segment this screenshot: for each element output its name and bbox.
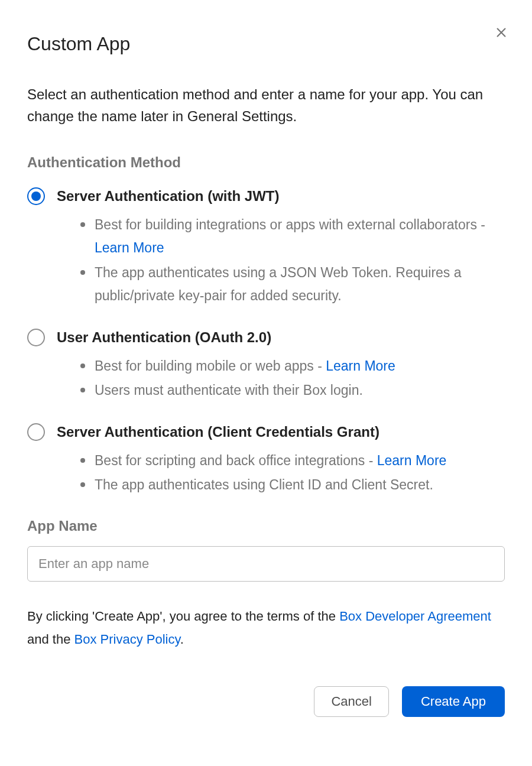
list-item: Best for building integrations or apps w… [73, 213, 505, 259]
list-item: Best for building mobile or web apps - L… [73, 355, 505, 378]
auth-radio-jwt-row[interactable]: Server Authentication (with JWT) [27, 187, 505, 205]
learn-more-link[interactable]: Learn More [377, 453, 447, 468]
auth-option-label: User Authentication (OAuth 2.0) [57, 329, 271, 346]
auth-option-label: Server Authentication (with JWT) [57, 188, 279, 205]
app-name-label: App Name [27, 518, 505, 534]
developer-agreement-link[interactable]: Box Developer Agreement [339, 609, 491, 624]
dialog-subtitle: Select an authentication method and ente… [27, 83, 500, 127]
list-item: Best for scripting and back office integ… [73, 449, 505, 472]
auth-method-label: Authentication Method [27, 154, 505, 171]
custom-app-dialog: Custom App Select an authentication meth… [0, 0, 532, 717]
list-item: The app authenticates using Client ID an… [73, 473, 505, 496]
learn-more-link[interactable]: Learn More [326, 358, 395, 374]
app-name-input[interactable] [27, 546, 505, 582]
bullet-text: The app authenticates using Client ID an… [95, 477, 433, 492]
dialog-footer: Cancel Create App [27, 686, 505, 717]
auth-option-label: Server Authentication (Client Credential… [57, 424, 379, 440]
bullet-text: Best for building mobile or web apps - [95, 358, 326, 374]
privacy-policy-link[interactable]: Box Privacy Policy [74, 632, 180, 647]
learn-more-link[interactable]: Learn More [95, 240, 164, 255]
radio-icon [27, 187, 45, 205]
radio-icon [27, 329, 45, 346]
bullet-list: Best for scripting and back office integ… [27, 449, 505, 496]
dialog-title: Custom App [27, 33, 505, 55]
auth-radio-oauth-row[interactable]: User Authentication (OAuth 2.0) [27, 329, 505, 346]
terms-suffix: . [180, 632, 184, 647]
close-button[interactable] [492, 24, 511, 43]
bullet-text: Users must authenticate with their Box l… [95, 382, 363, 398]
auth-option-jwt: Server Authentication (with JWT) Best fo… [27, 187, 505, 307]
bullet-list: Best for building mobile or web apps - L… [27, 355, 505, 402]
terms-text: By clicking 'Create App', you agree to t… [27, 605, 505, 651]
create-app-button[interactable]: Create App [402, 686, 505, 717]
list-item: Users must authenticate with their Box l… [73, 379, 505, 402]
auth-option-oauth: User Authentication (OAuth 2.0) Best for… [27, 329, 505, 402]
bullet-text: The app authenticates using a JSON Web T… [95, 265, 462, 303]
close-icon [495, 26, 508, 41]
bullet-list: Best for building integrations or apps w… [27, 213, 505, 307]
terms-mid: and the [27, 632, 74, 647]
auth-radio-cc-row[interactable]: Server Authentication (Client Credential… [27, 423, 505, 441]
radio-icon [27, 423, 45, 441]
cancel-button[interactable]: Cancel [314, 686, 388, 717]
terms-prefix: By clicking 'Create App', you agree to t… [27, 609, 339, 624]
auth-option-client-credentials: Server Authentication (Client Credential… [27, 423, 505, 496]
bullet-text: Best for scripting and back office integ… [95, 453, 377, 468]
list-item: The app authenticates using a JSON Web T… [73, 261, 505, 307]
bullet-text: Best for building integrations or apps w… [95, 217, 485, 232]
